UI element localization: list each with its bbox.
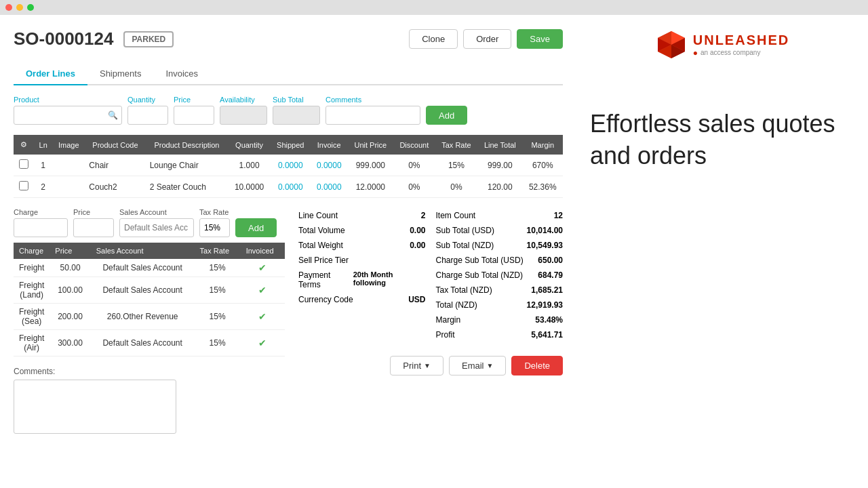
- cth-price: Price: [50, 243, 90, 259]
- cth-tax-rate: Tax Rate: [195, 243, 241, 259]
- row2-margin: 52.36%: [523, 176, 563, 198]
- close-dot[interactable]: [5, 4, 12, 11]
- charge4-taxrate: 15%: [195, 330, 241, 357]
- access-icon: ●: [693, 48, 698, 58]
- charge4-invoiced: ✔: [241, 330, 285, 357]
- tax-total-nzd-label: Tax Total (NZD): [436, 285, 492, 295]
- charge-price-field-group: Price: [73, 208, 114, 237]
- row2-product-code: Couch2: [85, 176, 145, 198]
- charge-account-input[interactable]: [119, 218, 194, 237]
- row1-product-code: Chair: [85, 155, 145, 176]
- charge1-price: 50.00: [50, 259, 90, 277]
- tax-total-nzd-row: Tax Total (NZD) 1,685.21: [436, 283, 564, 298]
- add-product-button[interactable]: Add: [426, 106, 467, 125]
- total-nzd-row: Total (NZD) 12,919.93: [436, 298, 564, 312]
- summary-left: Line Count 2 Total Volume 0.00 Total Wei…: [298, 208, 426, 342]
- th-quantity: Quantity: [228, 135, 270, 155]
- total-volume-label: Total Volume: [298, 226, 345, 235]
- row1-product-desc: Lounge Chair: [146, 155, 229, 176]
- sub-total-nzd-value: 10,549.93: [527, 241, 563, 250]
- row2-discount: 0%: [393, 176, 435, 198]
- line-count-value: 2: [421, 211, 426, 220]
- bottom-actions: Print ▼ Email ▼ Delete: [298, 356, 563, 375]
- total-nzd-label: Total (NZD): [436, 300, 477, 310]
- tab-shipments[interactable]: Shipments: [87, 63, 153, 85]
- total-volume-row: Total Volume 0.00: [298, 223, 426, 238]
- save-button[interactable]: Save: [517, 29, 563, 49]
- price-input[interactable]: [174, 106, 214, 125]
- email-button[interactable]: Email ▼: [449, 356, 506, 375]
- logo-text-area: UNLEASHED ● an access company: [693, 33, 789, 58]
- line-count-label: Line Count: [298, 211, 338, 220]
- margin-label: Margin: [436, 315, 461, 325]
- main-area: SO-0000124 PARKED Clone Order Save Order…: [0, 15, 868, 488]
- charges-header-row: Charge Price Sales Account Tax Rate Invo…: [14, 243, 285, 259]
- charge-label: Charge: [14, 208, 68, 216]
- charge-price-input[interactable]: [73, 218, 114, 237]
- gear-icon[interactable]: ⚙: [20, 140, 27, 148]
- quantity-input[interactable]: [127, 106, 168, 125]
- tab-order-lines[interactable]: Order Lines: [14, 63, 87, 85]
- comments-input[interactable]: [326, 106, 420, 125]
- currency-code-row: Currency Code USD: [298, 292, 426, 307]
- th-settings: ⚙: [14, 135, 34, 155]
- row2-shipped: 0.0000: [271, 176, 311, 198]
- row2-select: [14, 176, 34, 198]
- logo-container: UNLEASHED ● an access company: [655, 28, 789, 61]
- row1-invoice: 0.0000: [311, 155, 348, 176]
- maximize-dot[interactable]: [27, 4, 34, 11]
- tax-total-nzd-value: 1,685.21: [531, 285, 563, 295]
- delete-button[interactable]: Delete: [511, 356, 563, 375]
- charge-price-label: Price: [73, 208, 114, 216]
- th-shipped: Shipped: [271, 135, 311, 155]
- charge-row: Freight (Air) 300.00 Default Sales Accou…: [14, 330, 285, 357]
- order-button[interactable]: Order: [463, 29, 511, 49]
- charge-account-label: Sales Account: [119, 208, 194, 216]
- charge-account-field-group: Sales Account: [119, 208, 194, 237]
- check-icon: ✔: [258, 262, 267, 273]
- row1-invoice-link[interactable]: 0.0000: [317, 161, 342, 170]
- cth-invoiced: Invoiced: [241, 243, 285, 259]
- product-input[interactable]: [14, 106, 122, 125]
- charge-sub-total-nzd-label: Charge Sub Total (NZD): [436, 270, 524, 280]
- charge4-name: Freight (Air): [14, 330, 50, 357]
- charge-row: Freight 50.00 Default Sales Account 15% …: [14, 259, 285, 277]
- tagline-area: ● an access company: [693, 48, 789, 58]
- total-nzd-value: 12,919.93: [527, 300, 563, 310]
- charge-row: Freight (Land) 100.00 Default Sales Acco…: [14, 277, 285, 304]
- charge1-account: Default Sales Account: [91, 259, 195, 277]
- charge1-invoiced: ✔: [241, 259, 285, 277]
- th-ln: Ln: [34, 135, 52, 155]
- logo-area: UNLEASHED ● an access company: [655, 28, 789, 61]
- row2-shipped-link[interactable]: 0.0000: [278, 182, 303, 192]
- row2-invoice-link[interactable]: 0.0000: [317, 182, 342, 192]
- availability-input: [220, 106, 267, 125]
- comments-section-label: Comments:: [14, 367, 285, 376]
- sub-total-usd-label: Sub Total (USD): [436, 226, 494, 235]
- clone-button[interactable]: Clone: [409, 29, 458, 49]
- search-icon[interactable]: 🔍: [108, 110, 118, 120]
- subtotal-label: Sub Total: [273, 96, 320, 104]
- charge-input[interactable]: [14, 218, 68, 237]
- row1-shipped-link[interactable]: 0.0000: [278, 161, 303, 170]
- charge-taxrate-input[interactable]: [199, 218, 230, 237]
- item-count-label: Item Count: [436, 211, 476, 220]
- price-label: Price: [174, 96, 214, 104]
- row1-shipped: 0.0000: [271, 155, 311, 176]
- product-field-group: Product 🔍: [14, 96, 122, 125]
- unleashed-logo-icon: [655, 28, 688, 61]
- sell-price-tier-label: Sell Price Tier: [298, 256, 349, 265]
- profit-row: Profit 5,641.71: [436, 327, 564, 342]
- tagline: an access company: [701, 49, 760, 56]
- row2-checkbox[interactable]: [19, 181, 28, 190]
- row1-checkbox[interactable]: [19, 159, 28, 169]
- minimize-dot[interactable]: [16, 4, 23, 11]
- tab-invoices[interactable]: Invoices: [153, 63, 210, 85]
- add-charge-button[interactable]: Add: [235, 218, 277, 237]
- print-button[interactable]: Print ▼: [390, 356, 443, 375]
- item-count-row: Item Count 12: [436, 208, 564, 223]
- product-label: Product: [14, 96, 122, 104]
- row1-tax-rate: 15%: [435, 155, 477, 176]
- comments-textarea[interactable]: [14, 380, 176, 434]
- print-dropdown-arrow: ▼: [424, 362, 431, 369]
